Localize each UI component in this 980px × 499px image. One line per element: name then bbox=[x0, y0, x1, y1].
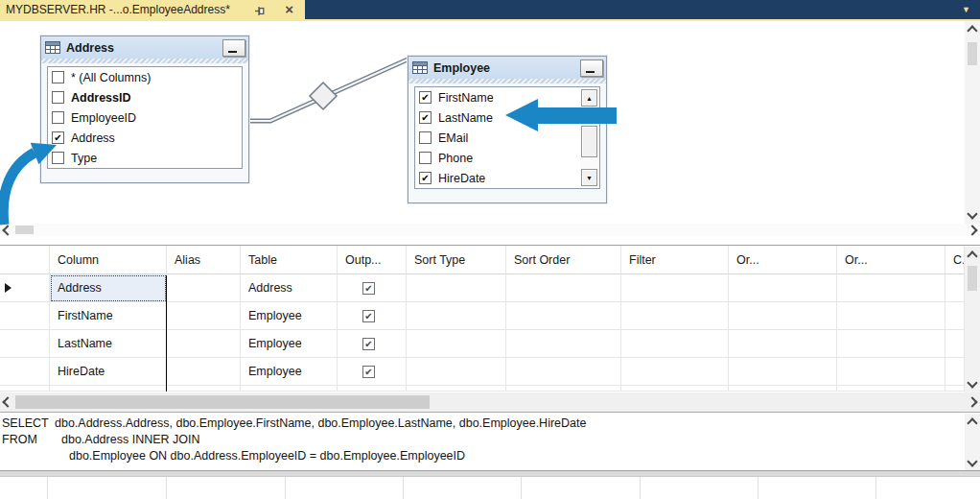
scroll-down-icon[interactable] bbox=[968, 379, 976, 387]
grid-cell[interactable] bbox=[621, 274, 729, 302]
grid-cell[interactable] bbox=[241, 386, 338, 392]
scroll-left-icon[interactable] bbox=[4, 398, 12, 406]
grid-cell[interactable]: Address bbox=[241, 274, 338, 302]
field-checkbox[interactable] bbox=[419, 152, 432, 164]
grid-cell[interactable] bbox=[167, 302, 241, 330]
grid-cell[interactable] bbox=[945, 302, 965, 330]
field-checkbox[interactable] bbox=[52, 152, 64, 164]
scroll-left-icon[interactable] bbox=[4, 226, 12, 234]
grid-cell[interactable] bbox=[837, 358, 945, 386]
minimize-button[interactable] bbox=[222, 39, 245, 57]
grid-cell[interactable] bbox=[407, 386, 506, 392]
field-checkbox[interactable]: ✔ bbox=[419, 111, 432, 124]
grid-cell[interactable] bbox=[729, 358, 837, 386]
grid-cell[interactable] bbox=[729, 302, 837, 330]
grid-cell[interactable] bbox=[621, 386, 729, 392]
document-tab[interactable]: MYDBSERVER.HR -...o.EmployeeAddress* × bbox=[0, 0, 305, 19]
scroll-down-icon[interactable]: ▼ bbox=[581, 169, 597, 186]
diagram-pane[interactable]: Address * (All Columns) AddressID Employ… bbox=[0, 21, 980, 236]
grid-cell[interactable] bbox=[506, 274, 621, 302]
grid-cell[interactable] bbox=[167, 386, 241, 392]
grid-cell[interactable] bbox=[837, 274, 945, 302]
output-checkbox-cell[interactable]: ✔ bbox=[338, 302, 407, 330]
column-list-scrollbar[interactable]: ▲ ▼ bbox=[580, 88, 598, 187]
grid-cell[interactable]: Employee bbox=[241, 302, 338, 330]
pane-splitter[interactable] bbox=[0, 470, 980, 477]
grid-hscrollbar[interactable] bbox=[0, 392, 980, 412]
output-checkbox[interactable]: ✔ bbox=[362, 310, 375, 322]
grid-cell[interactable] bbox=[837, 302, 945, 330]
row-selector[interactable] bbox=[0, 358, 50, 386]
grid-cell[interactable] bbox=[945, 386, 965, 392]
grid-cell[interactable] bbox=[0, 386, 50, 392]
row-selector[interactable] bbox=[0, 330, 50, 358]
grid-cell[interactable]: Employee bbox=[241, 330, 338, 358]
scroll-right-icon[interactable] bbox=[968, 398, 976, 406]
output-checkbox[interactable]: ✔ bbox=[362, 338, 375, 350]
scrollbar-thumb[interactable] bbox=[15, 395, 430, 409]
scrollbar-thumb[interactable] bbox=[15, 226, 34, 234]
output-checkbox[interactable]: ✔ bbox=[362, 366, 375, 378]
grid-cell[interactable] bbox=[506, 330, 621, 358]
field-checkbox[interactable] bbox=[419, 131, 432, 144]
minimize-button[interactable] bbox=[580, 59, 603, 77]
scrollbar-thumb[interactable] bbox=[968, 42, 977, 65]
grid-cell[interactable] bbox=[407, 274, 506, 302]
grid-cell[interactable] bbox=[729, 386, 837, 392]
grid-cell[interactable] bbox=[837, 330, 945, 358]
field-checkbox[interactable]: ✔ bbox=[52, 131, 64, 144]
grid-cell[interactable] bbox=[506, 302, 621, 330]
grid-vscrollbar[interactable] bbox=[965, 247, 980, 392]
close-icon[interactable]: × bbox=[285, 0, 293, 18]
row-selector[interactable] bbox=[0, 274, 50, 302]
field-checkbox[interactable]: ✔ bbox=[419, 91, 432, 104]
join-diamond-icon[interactable] bbox=[310, 83, 337, 109]
grid-cell[interactable]: Employee bbox=[241, 358, 338, 386]
grid-cell[interactable] bbox=[407, 330, 506, 358]
field-checkbox[interactable] bbox=[52, 111, 64, 124]
grid-cell[interactable] bbox=[729, 274, 837, 302]
grid-cell[interactable] bbox=[945, 358, 965, 386]
grid-cell[interactable] bbox=[621, 302, 729, 330]
table-window-address[interactable]: Address * (All Columns) AddressID Employ… bbox=[40, 36, 249, 183]
grid-cell[interactable] bbox=[945, 274, 965, 302]
output-checkbox-cell[interactable]: ✔ bbox=[338, 358, 407, 386]
table-window-header[interactable]: Address bbox=[41, 36, 248, 59]
field-checkbox[interactable]: ✔ bbox=[419, 172, 432, 184]
table-window-employee[interactable]: Employee ▲ ▼ ✔ FirstName ✔ LastName EMai… bbox=[408, 56, 607, 203]
row-selector[interactable] bbox=[0, 302, 50, 330]
scroll-down-icon[interactable] bbox=[968, 210, 976, 218]
grid-cell[interactable] bbox=[506, 386, 621, 392]
scrollbar-thumb[interactable] bbox=[968, 266, 977, 291]
diagram-vscrollbar[interactable] bbox=[965, 21, 980, 224]
grid-cell[interactable]: Address bbox=[50, 274, 167, 302]
grid-cell[interactable] bbox=[407, 358, 506, 386]
scroll-up-icon[interactable] bbox=[968, 27, 976, 35]
table-window-header[interactable]: Employee bbox=[408, 57, 606, 79]
grid-cell[interactable] bbox=[407, 302, 506, 330]
field-checkbox[interactable] bbox=[52, 71, 64, 83]
output-checkbox-cell[interactable]: ✔ bbox=[338, 330, 407, 358]
pin-icon[interactable] bbox=[254, 4, 267, 16]
grid-cell[interactable] bbox=[167, 330, 241, 358]
scroll-down-icon[interactable] bbox=[968, 458, 976, 465]
scroll-up-icon[interactable] bbox=[968, 252, 976, 260]
grid-cell[interactable] bbox=[837, 386, 945, 392]
grid-cell[interactable] bbox=[945, 330, 965, 358]
grid-cell[interactable]: HireDate bbox=[50, 358, 167, 386]
sql-vscrollbar[interactable] bbox=[965, 414, 980, 471]
scroll-up-icon[interactable]: ▲ bbox=[581, 89, 597, 107]
grid-cell[interactable] bbox=[50, 386, 167, 392]
grid-cell[interactable]: LastName bbox=[50, 330, 167, 358]
grid-cell[interactable]: FirstName bbox=[50, 302, 167, 330]
scrollbar-thumb[interactable] bbox=[581, 126, 597, 157]
output-checkbox-cell[interactable]: ✔ bbox=[338, 274, 407, 302]
grid-cell[interactable] bbox=[167, 358, 241, 386]
scroll-up-icon[interactable] bbox=[968, 419, 976, 427]
tab-list-dropdown-icon[interactable]: ▼ bbox=[962, 6, 970, 14]
scroll-right-icon[interactable] bbox=[968, 226, 976, 234]
diagram-hscrollbar[interactable] bbox=[0, 224, 980, 236]
grid-cell[interactable] bbox=[506, 358, 621, 386]
grid-cell[interactable] bbox=[621, 330, 729, 358]
sql-pane[interactable]: SELECTdbo.Address.Address, dbo.Employee.… bbox=[0, 412, 980, 470]
